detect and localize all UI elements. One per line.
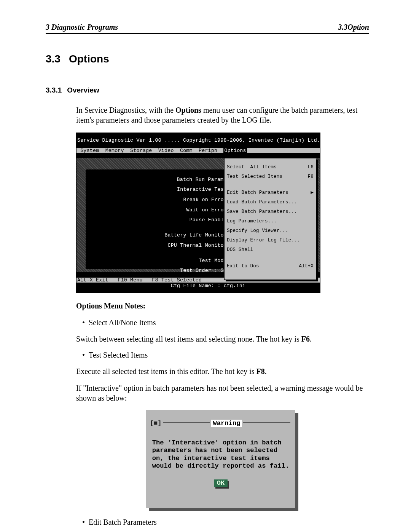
dialog-title: Warning <box>211 420 242 427</box>
header-left: 3 Diagnostic Programs <box>46 23 118 32</box>
desc-test-selected: Execute all selected test items in this … <box>76 366 365 376</box>
dos-options-dropdown[interactable]: Select All ItemsF6 Test Selected ItemsF8… <box>224 158 316 280</box>
dos-titlebar: Service Diagnostic Ver 1.00 ..... Copyri… <box>76 138 320 143</box>
dos-menu-options[interactable]: Options <box>223 148 247 153</box>
menu-select-all[interactable]: Select All ItemsF6 <box>227 165 314 170</box>
page-header: 3 Diagnostic Programs 3.3Option <box>46 23 369 34</box>
subsection-title: 3.3.1Overview <box>46 86 369 94</box>
menu-test-selected[interactable]: Test Selected ItemsF8 <box>227 174 314 179</box>
menu-edit-batch[interactable]: Edit Batch Parameters▶ <box>227 190 314 195</box>
menu-load-batch[interactable]: Load Batch Parameters... <box>227 200 314 205</box>
intro-paragraph: In Service Diagnostics, with the Options… <box>76 105 365 125</box>
dos-menubar: System Memory Storage Video Comm Periph … <box>76 148 320 153</box>
menu-display-error-log[interactable]: Display Error Log File... <box>227 238 314 243</box>
bullet-edit-batch: Edit Batch Parameters <box>82 518 365 527</box>
ok-button[interactable]: OK <box>214 479 228 487</box>
menu-specify-log-viewer[interactable]: Specify Log Viewer... <box>227 228 314 233</box>
menu-save-batch[interactable]: Save Batch Parameters... <box>227 209 314 214</box>
dos-warning-dialog: [■]Warning The 'Interactive' option in b… <box>146 410 296 508</box>
section-title: 3.3Options <box>46 53 369 65</box>
close-icon[interactable]: [■] <box>150 420 162 427</box>
desc-select-all: Switch between selecting all test items … <box>76 334 365 344</box>
menu-log-params[interactable]: Log Parameters... <box>227 219 314 224</box>
dialog-body: The 'Interactive' option in batch parame… <box>150 435 292 472</box>
bullet-select-all: Select All/None Items <box>82 318 365 327</box>
menu-exit-dos[interactable]: Exit to DosAlt+X <box>227 264 314 269</box>
menu-dos-shell[interactable]: DOS Shell <box>227 248 314 252</box>
header-right: 3.3Option <box>338 23 369 32</box>
desc-interactive-warning: If "Interactive" option in batch paramet… <box>76 383 365 403</box>
dos-screenshot-options: Service Diagnostic Ver 1.00 ..... Copyri… <box>76 133 320 293</box>
bullet-test-selected: Test Selected Items <box>82 351 365 359</box>
